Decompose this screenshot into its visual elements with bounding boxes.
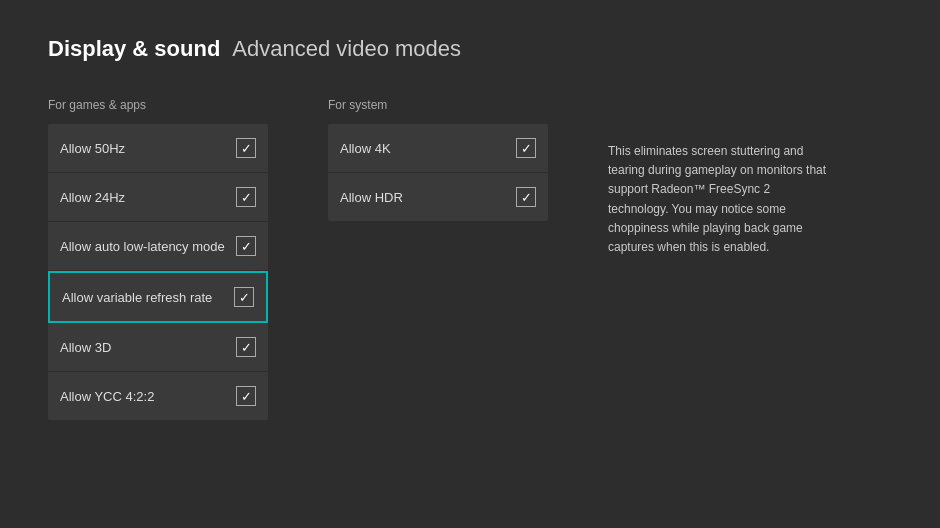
setting-label-allow-hdr: Allow HDR <box>340 190 403 205</box>
checkbox-allow-24hz[interactable] <box>236 187 256 207</box>
checkbox-allow-hdr[interactable] <box>516 187 536 207</box>
description-text: This eliminates screen stuttering and te… <box>608 142 828 257</box>
checkbox-allow-ycc[interactable] <box>236 386 256 406</box>
header-main-title: Display & sound <box>48 36 220 62</box>
page-container: Display & sound Advanced video modes For… <box>0 0 940 528</box>
system-header: For system <box>328 98 548 112</box>
setting-label-allow-50hz: Allow 50Hz <box>60 141 125 156</box>
setting-item-allow-4k[interactable]: Allow 4K <box>328 124 548 173</box>
checkbox-allow-auto-low-latency[interactable] <box>236 236 256 256</box>
setting-item-allow-auto-low-latency[interactable]: Allow auto low-latency mode <box>48 222 268 271</box>
setting-label-allow-24hz: Allow 24Hz <box>60 190 125 205</box>
setting-item-allow-hdr[interactable]: Allow HDR <box>328 173 548 221</box>
setting-label-allow-variable-refresh-rate: Allow variable refresh rate <box>62 290 212 305</box>
columns-wrapper: For games & apps Allow 50HzAllow 24HzAll… <box>48 98 548 420</box>
checkbox-allow-50hz[interactable] <box>236 138 256 158</box>
setting-item-allow-variable-refresh-rate[interactable]: Allow variable refresh rate <box>48 271 268 323</box>
content-area: For games & apps Allow 50HzAllow 24HzAll… <box>48 98 892 420</box>
setting-item-allow-24hz[interactable]: Allow 24Hz <box>48 173 268 222</box>
system-list: Allow 4KAllow HDR <box>328 124 548 221</box>
system-column: For system Allow 4KAllow HDR <box>328 98 548 420</box>
checkbox-allow-3d[interactable] <box>236 337 256 357</box>
setting-label-allow-3d: Allow 3D <box>60 340 111 355</box>
setting-item-allow-3d[interactable]: Allow 3D <box>48 323 268 372</box>
setting-label-allow-ycc: Allow YCC 4:2:2 <box>60 389 154 404</box>
checkbox-allow-4k[interactable] <box>516 138 536 158</box>
setting-label-allow-4k: Allow 4K <box>340 141 391 156</box>
games-apps-column: For games & apps Allow 50HzAllow 24HzAll… <box>48 98 268 420</box>
setting-item-allow-50hz[interactable]: Allow 50Hz <box>48 124 268 173</box>
games-apps-header: For games & apps <box>48 98 268 112</box>
games-apps-list: Allow 50HzAllow 24HzAllow auto low-laten… <box>48 124 268 420</box>
setting-label-allow-auto-low-latency: Allow auto low-latency mode <box>60 239 225 254</box>
header: Display & sound Advanced video modes <box>48 36 892 62</box>
setting-item-allow-ycc[interactable]: Allow YCC 4:2:2 <box>48 372 268 420</box>
checkbox-allow-variable-refresh-rate[interactable] <box>234 287 254 307</box>
description-panel: This eliminates screen stuttering and te… <box>588 126 848 420</box>
header-sub-title: Advanced video modes <box>232 36 461 62</box>
